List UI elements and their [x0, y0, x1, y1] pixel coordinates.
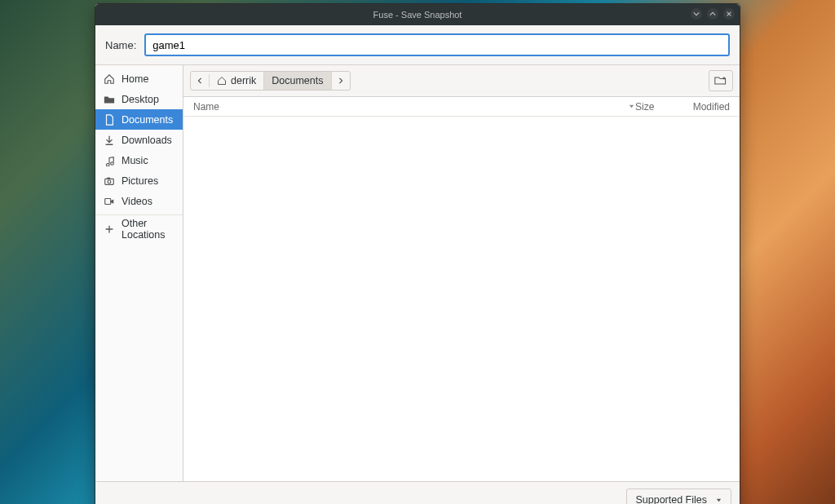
chevron-down-icon	[693, 11, 700, 17]
close-button[interactable]	[723, 8, 735, 20]
music-icon	[104, 155, 115, 166]
sidebar-item-pictures[interactable]: Pictures	[95, 170, 183, 191]
document-icon	[104, 114, 115, 126]
sidebar-item-label: Pictures	[121, 175, 158, 187]
breadcrumb-back[interactable]	[191, 74, 210, 87]
svg-point-1	[108, 179, 111, 183]
video-icon	[104, 196, 115, 207]
breadcrumb: derrik Documents	[190, 71, 351, 91]
column-header-modified[interactable]: Modified	[678, 101, 730, 113]
sidebar-item-label: Downloads	[121, 135, 172, 146]
footer: Supported Files Cancel Save	[95, 481, 740, 504]
breadcrumb-forward[interactable]	[332, 74, 350, 87]
svg-rect-3	[105, 198, 111, 204]
sidebar-item-label: Documents	[121, 114, 173, 126]
home-icon	[217, 76, 227, 86]
breadcrumb-current[interactable]: Documents	[264, 72, 331, 90]
sidebar-item-documents[interactable]: Documents	[95, 109, 183, 130]
column-header-size[interactable]: Size	[635, 101, 678, 113]
home-icon	[104, 73, 115, 85]
toolbar: derrik Documents	[183, 65, 740, 97]
chevron-left-icon	[197, 77, 203, 84]
chevron-up-icon	[709, 11, 716, 17]
breadcrumb-label: Documents	[272, 75, 323, 86]
svg-rect-2	[107, 177, 110, 179]
name-input[interactable]	[144, 33, 730, 56]
column-headers: Name Size Modified	[183, 97, 740, 117]
sidebar-divider	[95, 214, 183, 215]
file-filter-dropdown[interactable]: Supported Files	[626, 489, 731, 504]
sidebar-item-label: Home	[121, 73, 148, 85]
file-filter-label: Supported Files	[635, 494, 707, 504]
window-controls	[691, 8, 735, 20]
main-row: Home Desktop Documents Downloads Music	[95, 64, 740, 481]
camera-icon	[104, 175, 115, 187]
name-row: Name:	[95, 25, 740, 64]
sidebar-item-home[interactable]: Home	[95, 69, 183, 89]
sidebar-item-label: Music	[121, 155, 148, 166]
sidebar-item-other-locations[interactable]: Other Locations	[95, 219, 183, 239]
minimize-button[interactable]	[691, 8, 702, 20]
file-list[interactable]	[183, 117, 740, 481]
name-label: Name:	[105, 39, 136, 51]
chevron-down-icon	[715, 497, 722, 504]
titlebar: Fuse - Save Snapshot	[95, 4, 740, 25]
new-folder-icon	[714, 74, 727, 87]
column-header-name[interactable]: Name	[193, 101, 628, 113]
content-pane: derrik Documents	[183, 65, 740, 481]
sidebar-item-label: Desktop	[121, 94, 159, 105]
breadcrumb-label: derrik	[231, 75, 256, 86]
window-title: Fuse - Save Snapshot	[373, 10, 462, 20]
sidebar-item-downloads[interactable]: Downloads	[95, 130, 183, 150]
close-icon	[726, 11, 732, 17]
folder-icon	[104, 94, 115, 105]
chevron-right-icon	[338, 77, 344, 84]
sidebar-item-label: Other Locations	[121, 218, 175, 241]
download-icon	[104, 135, 115, 146]
breadcrumb-home[interactable]: derrik	[210, 72, 264, 90]
save-dialog: Fuse - Save Snapshot Name: Home	[95, 3, 740, 504]
sidebar-item-desktop[interactable]: Desktop	[95, 89, 183, 109]
sidebar-item-label: Videos	[121, 196, 152, 207]
sort-down-icon	[628, 103, 635, 110]
sort-indicator[interactable]	[628, 101, 635, 113]
new-folder-button[interactable]	[709, 70, 733, 91]
maximize-button[interactable]	[707, 8, 718, 20]
sidebar-item-videos[interactable]: Videos	[95, 191, 183, 211]
dialog-body: Name: Home Desktop Documents	[95, 25, 740, 504]
sidebar: Home Desktop Documents Downloads Music	[95, 65, 183, 481]
plus-icon	[104, 223, 115, 235]
sidebar-item-music[interactable]: Music	[95, 150, 183, 170]
